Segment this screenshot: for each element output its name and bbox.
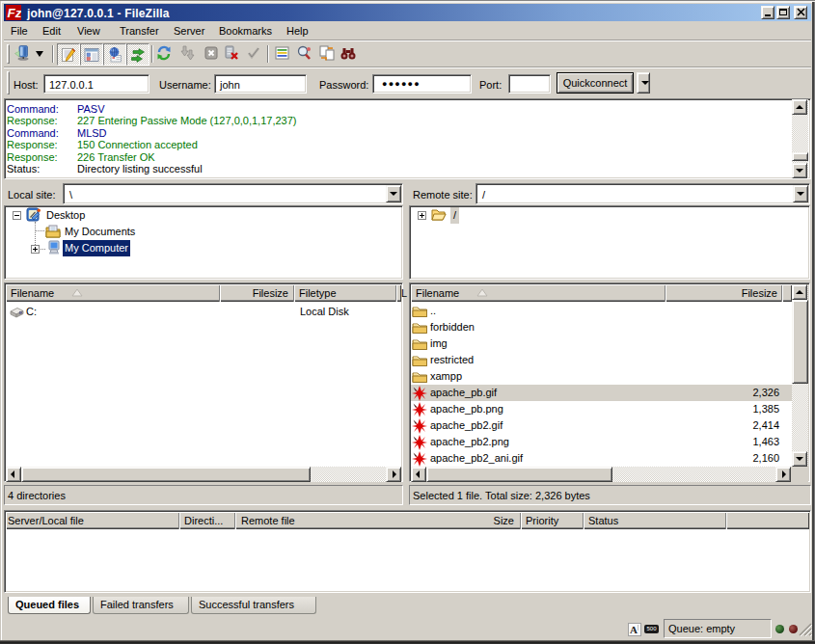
svg-text:Fz: Fz [8,6,22,20]
svg-text:A: A [630,624,638,635]
